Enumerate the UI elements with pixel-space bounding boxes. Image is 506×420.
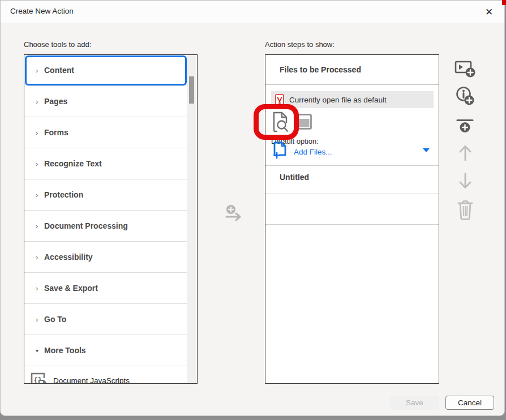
- background-app-corner: [502, 0, 506, 5]
- chevron-right-icon: ›: [36, 222, 44, 230]
- add-files-dropdown-icon[interactable]: [423, 148, 430, 152]
- save-button[interactable]: Save: [390, 396, 439, 410]
- chevron-right-icon: ›: [36, 66, 44, 75]
- cancel-button[interactable]: Cancel: [445, 396, 494, 410]
- panel-view-icon[interactable]: [294, 114, 312, 131]
- tool-category-pages[interactable]: ›Pages: [24, 86, 187, 117]
- add-files-button[interactable]: Add Files...: [273, 142, 332, 160]
- tool-category-content[interactable]: ›Content: [24, 55, 187, 86]
- tools-list-panel: ›Content›Pages›Forms›Recognize Text›Prot…: [24, 54, 198, 384]
- tool-category-save-export[interactable]: ›Save & Export: [24, 273, 187, 304]
- tool-label: Save & Export: [44, 284, 98, 293]
- divider: [265, 194, 439, 194]
- tool-category-forms[interactable]: ›Forms: [24, 117, 187, 148]
- choose-tools-label: Choose tools to add:: [24, 40, 91, 49]
- add-instruction-icon[interactable]: [453, 85, 477, 107]
- add-files-label: Add Files...: [294, 148, 332, 156]
- untitled-step-label: Untitled: [280, 173, 309, 182]
- divider: [265, 165, 439, 166]
- add-files-icon: [273, 142, 287, 160]
- tool-label: Forms: [44, 128, 68, 137]
- tool-category-go-to[interactable]: ›Go To: [24, 304, 187, 335]
- action-steps-panel: Files to be Processed Currently open fil…: [265, 54, 439, 384]
- tool-item-document-javascripts[interactable]: {}Document JavaScripts: [24, 366, 187, 384]
- file-option-icons: [272, 112, 312, 132]
- tool-label: More Tools: [44, 346, 86, 355]
- javascript-document-icon: {}: [29, 371, 48, 384]
- add-divider-icon[interactable]: [453, 118, 477, 138]
- create-new-action-dialog: Create New Action ✕ Choose tools to add:…: [0, 0, 505, 416]
- chevron-right-icon: ›: [36, 97, 44, 106]
- divider: [265, 84, 439, 85]
- tool-category-more-tools[interactable]: ▾More Tools: [24, 335, 187, 366]
- action-steps-label: Action steps to show:: [265, 40, 335, 49]
- tool-label: Document JavaScripts: [53, 376, 130, 384]
- tool-label: Recognize Text: [44, 159, 102, 168]
- move-down-icon[interactable]: [453, 172, 477, 190]
- tools-list: ›Content›Pages›Forms›Recognize Text›Prot…: [24, 55, 187, 384]
- tool-label: Document Processing: [44, 221, 128, 230]
- tool-category-protection[interactable]: ›Protection: [24, 179, 187, 211]
- chevron-down-icon: ▾: [36, 348, 44, 354]
- screen: Create New Action ✕ Choose tools to add:…: [0, 0, 506, 420]
- scrollbar-thumb[interactable]: [189, 76, 194, 104]
- add-panel-step-icon[interactable]: [453, 59, 477, 79]
- close-icon[interactable]: ✕: [482, 5, 496, 19]
- tool-label: Accessibility: [44, 252, 93, 262]
- dialog-title: Create New Action: [10, 7, 74, 15]
- chevron-right-icon: ›: [36, 284, 44, 293]
- tool-label: Content: [44, 66, 74, 75]
- chevron-right-icon: ›: [36, 128, 44, 137]
- chevron-right-icon: ›: [36, 160, 44, 168]
- title-bar: Create New Action ✕: [1, 1, 504, 23]
- move-up-icon[interactable]: [453, 144, 477, 162]
- preview-file-icon[interactable]: [272, 112, 289, 132]
- files-to-be-processed-header: Files to be Processed: [280, 65, 361, 74]
- tool-category-document-processing[interactable]: ›Document Processing: [24, 211, 187, 242]
- pdf-file-icon: [275, 94, 284, 105]
- tool-label: Protection: [44, 190, 83, 199]
- tools-scrollbar[interactable]: [187, 55, 197, 383]
- delete-step-icon[interactable]: [453, 199, 477, 221]
- add-to-action-icon[interactable]: [222, 202, 245, 225]
- chevron-right-icon: ›: [36, 315, 44, 324]
- chevron-right-icon: ›: [36, 253, 44, 262]
- chevron-right-icon: ›: [36, 191, 44, 199]
- tool-label: Go To: [44, 315, 66, 324]
- tool-label: Pages: [44, 97, 67, 106]
- currently-open-file-label: Currently open file as default: [289, 96, 387, 104]
- tool-category-recognize-text[interactable]: ›Recognize Text: [24, 148, 187, 179]
- divider: [265, 224, 439, 225]
- currently-open-file-row[interactable]: Currently open file as default: [271, 91, 434, 108]
- tool-category-accessibility[interactable]: ›Accessibility: [24, 242, 187, 273]
